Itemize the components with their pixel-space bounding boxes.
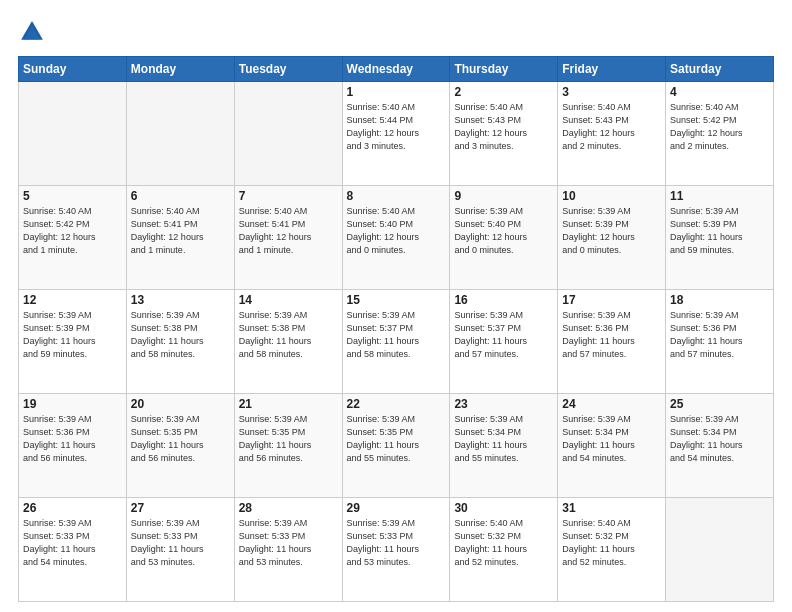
day-info: Sunrise: 5:39 AM Sunset: 5:36 PM Dayligh… [23, 413, 122, 465]
day-number: 26 [23, 501, 122, 515]
calendar-cell: 25Sunrise: 5:39 AM Sunset: 5:34 PM Dayli… [666, 394, 774, 498]
weekday-header-friday: Friday [558, 57, 666, 82]
calendar-cell: 3Sunrise: 5:40 AM Sunset: 5:43 PM Daylig… [558, 82, 666, 186]
calendar-header-row: SundayMondayTuesdayWednesdayThursdayFrid… [19, 57, 774, 82]
day-number: 9 [454, 189, 553, 203]
calendar-cell [234, 82, 342, 186]
calendar-cell: 13Sunrise: 5:39 AM Sunset: 5:38 PM Dayli… [126, 290, 234, 394]
calendar-cell: 9Sunrise: 5:39 AM Sunset: 5:40 PM Daylig… [450, 186, 558, 290]
day-number: 19 [23, 397, 122, 411]
weekday-header-tuesday: Tuesday [234, 57, 342, 82]
calendar-table: SundayMondayTuesdayWednesdayThursdayFrid… [18, 56, 774, 602]
day-info: Sunrise: 5:39 AM Sunset: 5:40 PM Dayligh… [454, 205, 553, 257]
calendar-cell: 27Sunrise: 5:39 AM Sunset: 5:33 PM Dayli… [126, 498, 234, 602]
day-number: 29 [347, 501, 446, 515]
calendar-week-row: 12Sunrise: 5:39 AM Sunset: 5:39 PM Dayli… [19, 290, 774, 394]
day-info: Sunrise: 5:40 AM Sunset: 5:32 PM Dayligh… [454, 517, 553, 569]
day-info: Sunrise: 5:39 AM Sunset: 5:38 PM Dayligh… [131, 309, 230, 361]
calendar-week-row: 1Sunrise: 5:40 AM Sunset: 5:44 PM Daylig… [19, 82, 774, 186]
calendar-cell: 14Sunrise: 5:39 AM Sunset: 5:38 PM Dayli… [234, 290, 342, 394]
day-number: 16 [454, 293, 553, 307]
day-info: Sunrise: 5:40 AM Sunset: 5:43 PM Dayligh… [454, 101, 553, 153]
calendar-cell: 31Sunrise: 5:40 AM Sunset: 5:32 PM Dayli… [558, 498, 666, 602]
day-info: Sunrise: 5:39 AM Sunset: 5:34 PM Dayligh… [670, 413, 769, 465]
calendar-cell: 29Sunrise: 5:39 AM Sunset: 5:33 PM Dayli… [342, 498, 450, 602]
day-info: Sunrise: 5:39 AM Sunset: 5:33 PM Dayligh… [131, 517, 230, 569]
day-info: Sunrise: 5:39 AM Sunset: 5:33 PM Dayligh… [23, 517, 122, 569]
day-number: 20 [131, 397, 230, 411]
calendar-cell: 26Sunrise: 5:39 AM Sunset: 5:33 PM Dayli… [19, 498, 127, 602]
day-number: 17 [562, 293, 661, 307]
day-info: Sunrise: 5:39 AM Sunset: 5:38 PM Dayligh… [239, 309, 338, 361]
calendar-week-row: 5Sunrise: 5:40 AM Sunset: 5:42 PM Daylig… [19, 186, 774, 290]
day-number: 24 [562, 397, 661, 411]
calendar-cell: 28Sunrise: 5:39 AM Sunset: 5:33 PM Dayli… [234, 498, 342, 602]
calendar-cell: 20Sunrise: 5:39 AM Sunset: 5:35 PM Dayli… [126, 394, 234, 498]
day-number: 5 [23, 189, 122, 203]
day-info: Sunrise: 5:40 AM Sunset: 5:42 PM Dayligh… [23, 205, 122, 257]
day-info: Sunrise: 5:39 AM Sunset: 5:39 PM Dayligh… [23, 309, 122, 361]
day-number: 6 [131, 189, 230, 203]
weekday-header-sunday: Sunday [19, 57, 127, 82]
day-number: 15 [347, 293, 446, 307]
logo-icon [18, 18, 46, 46]
day-info: Sunrise: 5:39 AM Sunset: 5:39 PM Dayligh… [670, 205, 769, 257]
calendar-cell: 12Sunrise: 5:39 AM Sunset: 5:39 PM Dayli… [19, 290, 127, 394]
calendar-cell: 17Sunrise: 5:39 AM Sunset: 5:36 PM Dayli… [558, 290, 666, 394]
day-info: Sunrise: 5:39 AM Sunset: 5:37 PM Dayligh… [347, 309, 446, 361]
calendar-cell: 22Sunrise: 5:39 AM Sunset: 5:35 PM Dayli… [342, 394, 450, 498]
calendar-cell [666, 498, 774, 602]
calendar-cell: 5Sunrise: 5:40 AM Sunset: 5:42 PM Daylig… [19, 186, 127, 290]
day-number: 11 [670, 189, 769, 203]
weekday-header-wednesday: Wednesday [342, 57, 450, 82]
calendar-cell: 16Sunrise: 5:39 AM Sunset: 5:37 PM Dayli… [450, 290, 558, 394]
calendar-cell: 24Sunrise: 5:39 AM Sunset: 5:34 PM Dayli… [558, 394, 666, 498]
calendar-cell: 2Sunrise: 5:40 AM Sunset: 5:43 PM Daylig… [450, 82, 558, 186]
calendar-cell: 11Sunrise: 5:39 AM Sunset: 5:39 PM Dayli… [666, 186, 774, 290]
day-number: 12 [23, 293, 122, 307]
weekday-header-thursday: Thursday [450, 57, 558, 82]
weekday-header-monday: Monday [126, 57, 234, 82]
day-info: Sunrise: 5:39 AM Sunset: 5:35 PM Dayligh… [239, 413, 338, 465]
calendar-cell: 4Sunrise: 5:40 AM Sunset: 5:42 PM Daylig… [666, 82, 774, 186]
day-number: 7 [239, 189, 338, 203]
day-number: 10 [562, 189, 661, 203]
day-number: 8 [347, 189, 446, 203]
day-info: Sunrise: 5:40 AM Sunset: 5:32 PM Dayligh… [562, 517, 661, 569]
calendar-cell: 21Sunrise: 5:39 AM Sunset: 5:35 PM Dayli… [234, 394, 342, 498]
day-info: Sunrise: 5:39 AM Sunset: 5:36 PM Dayligh… [562, 309, 661, 361]
day-info: Sunrise: 5:40 AM Sunset: 5:41 PM Dayligh… [239, 205, 338, 257]
calendar-cell: 1Sunrise: 5:40 AM Sunset: 5:44 PM Daylig… [342, 82, 450, 186]
day-info: Sunrise: 5:40 AM Sunset: 5:42 PM Dayligh… [670, 101, 769, 153]
logo [18, 18, 50, 46]
calendar-cell: 8Sunrise: 5:40 AM Sunset: 5:40 PM Daylig… [342, 186, 450, 290]
day-number: 1 [347, 85, 446, 99]
day-info: Sunrise: 5:39 AM Sunset: 5:37 PM Dayligh… [454, 309, 553, 361]
day-info: Sunrise: 5:39 AM Sunset: 5:34 PM Dayligh… [562, 413, 661, 465]
day-info: Sunrise: 5:39 AM Sunset: 5:33 PM Dayligh… [239, 517, 338, 569]
header [18, 18, 774, 46]
day-info: Sunrise: 5:40 AM Sunset: 5:40 PM Dayligh… [347, 205, 446, 257]
calendar-cell: 19Sunrise: 5:39 AM Sunset: 5:36 PM Dayli… [19, 394, 127, 498]
calendar-week-row: 19Sunrise: 5:39 AM Sunset: 5:36 PM Dayli… [19, 394, 774, 498]
weekday-header-saturday: Saturday [666, 57, 774, 82]
day-number: 25 [670, 397, 769, 411]
day-number: 31 [562, 501, 661, 515]
calendar-cell [19, 82, 127, 186]
calendar-cell [126, 82, 234, 186]
page: SundayMondayTuesdayWednesdayThursdayFrid… [0, 0, 792, 612]
calendar-cell: 7Sunrise: 5:40 AM Sunset: 5:41 PM Daylig… [234, 186, 342, 290]
calendar-cell: 23Sunrise: 5:39 AM Sunset: 5:34 PM Dayli… [450, 394, 558, 498]
day-number: 3 [562, 85, 661, 99]
calendar-cell: 15Sunrise: 5:39 AM Sunset: 5:37 PM Dayli… [342, 290, 450, 394]
day-number: 14 [239, 293, 338, 307]
day-info: Sunrise: 5:40 AM Sunset: 5:44 PM Dayligh… [347, 101, 446, 153]
calendar-cell: 30Sunrise: 5:40 AM Sunset: 5:32 PM Dayli… [450, 498, 558, 602]
day-number: 2 [454, 85, 553, 99]
day-info: Sunrise: 5:39 AM Sunset: 5:35 PM Dayligh… [131, 413, 230, 465]
day-info: Sunrise: 5:39 AM Sunset: 5:36 PM Dayligh… [670, 309, 769, 361]
day-info: Sunrise: 5:39 AM Sunset: 5:35 PM Dayligh… [347, 413, 446, 465]
day-number: 4 [670, 85, 769, 99]
calendar-cell: 10Sunrise: 5:39 AM Sunset: 5:39 PM Dayli… [558, 186, 666, 290]
calendar-cell: 18Sunrise: 5:39 AM Sunset: 5:36 PM Dayli… [666, 290, 774, 394]
